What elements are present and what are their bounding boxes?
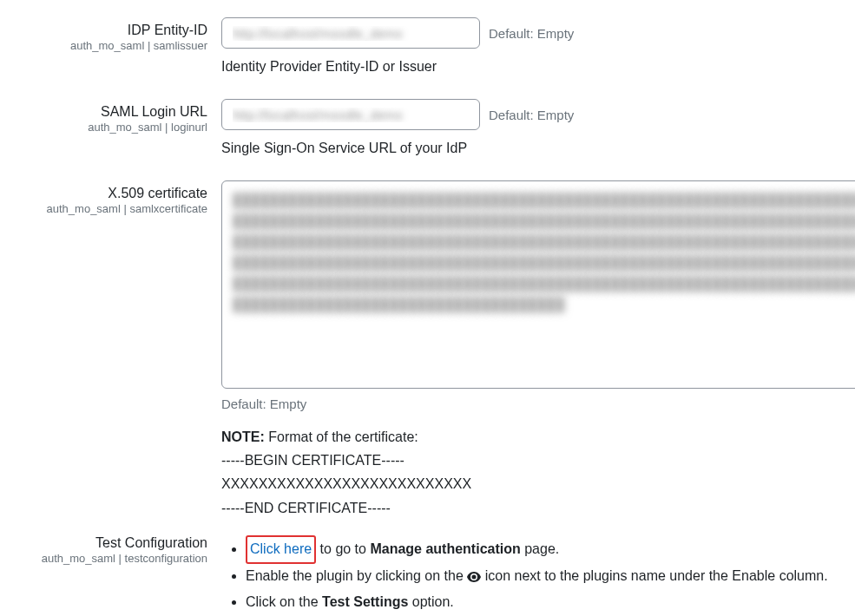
step3-bold: Test Settings [322,594,408,609]
login-url-input[interactable] [221,99,480,130]
idp-entity-input[interactable] [221,17,480,49]
input-col-x509: Default: Empty NOTE: Format of the certi… [221,180,855,520]
click-here-link[interactable]: Click here [250,541,312,556]
input-col-test-config: Click here to go to Manage authenticatio… [221,534,855,614]
step1-bold: Manage authentication [370,541,520,556]
sublabel-test-config: auth_mo_saml | testconfiguration [17,552,207,565]
step1-text-b: page. [521,541,559,556]
idp-entity-default-hint: Default: Empty [489,26,574,41]
label-col-login-url: SAML Login URL auth_mo_saml | loginurl [17,99,221,134]
step2-text-b: icon next to the plugins name under the … [481,568,827,583]
sublabel-idp-entity: auth_mo_saml | samlissuer [17,39,207,52]
label-x509: X.509 certificate [17,186,207,201]
row-test-config: Test Configuration auth_mo_saml | testco… [17,534,855,614]
cert-begin-line: -----BEGIN CERTIFICATE----- [221,449,855,472]
x509-textarea[interactable] [221,180,855,389]
click-here-highlight: Click here [246,535,316,564]
sublabel-login-url: auth_mo_saml | loginurl [17,121,207,134]
instruction-step-1: Click here to go to Manage authenticatio… [246,535,855,564]
step2-text-a: Enable the plugin by clicking on the [246,568,467,583]
row-login-url: SAML Login URL auth_mo_saml | loginurl D… [17,99,855,174]
sublabel-x509: auth_mo_saml | samlxcertificate [17,202,207,215]
step3-text-a: Click on the [246,594,322,609]
eye-icon [467,566,481,590]
input-col-login-url: Default: Empty Single Sign-On Service UR… [221,99,855,174]
note-text: Format of the certificate: [265,429,418,444]
label-col-idp-entity: IDP Entity-ID auth_mo_saml | samlissuer [17,17,221,52]
x509-note: NOTE: Format of the certificate: -----BE… [221,425,855,520]
instruction-step-3: Click on the Test Settings option. [246,590,855,614]
row-idp-entity: IDP Entity-ID auth_mo_saml | samlissuer … [17,17,855,92]
idp-entity-desc: Identity Provider Entity-ID or Issuer [221,59,855,75]
instruction-step-2: Enable the plugin by clicking on the ico… [246,564,855,590]
label-col-x509: X.509 certificate auth_mo_saml | samlxce… [17,180,221,215]
cert-body-line: XXXXXXXXXXXXXXXXXXXXXXXXXXX [221,472,855,495]
login-url-default-hint: Default: Empty [489,108,574,122]
input-col-idp-entity: Default: Empty Identity Provider Entity-… [221,17,855,92]
login-url-desc: Single Sign-On Service URL of your IdP [221,141,855,156]
cert-end-line: -----END CERTIFICATE----- [221,496,855,520]
label-test-config: Test Configuration [17,535,207,551]
label-col-test-config: Test Configuration auth_mo_saml | testco… [17,534,221,565]
row-x509: X.509 certificate auth_mo_saml | samlxce… [17,180,855,520]
note-label: NOTE: [221,429,265,444]
step3-text-b: option. [408,594,453,609]
label-idp-entity: IDP Entity-ID [17,23,207,38]
step1-text-a: to go to [316,541,370,556]
label-login-url: SAML Login URL [17,104,207,120]
x509-default-hint: Default: Empty [221,396,855,411]
test-config-instructions: Click here to go to Manage authenticatio… [221,535,855,614]
